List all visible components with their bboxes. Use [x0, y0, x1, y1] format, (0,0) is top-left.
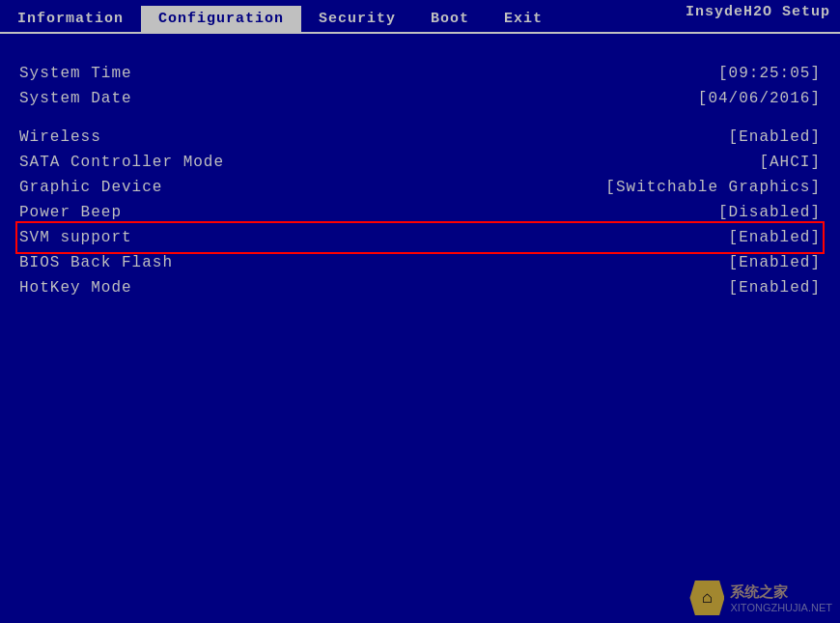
hotkey-value: [Enabled] [729, 279, 821, 297]
bios-back-flash-label: BIOS Back Flash [19, 254, 173, 271]
svm-value: [Enabled] [729, 229, 821, 246]
tab-security[interactable]: Security [301, 6, 413, 32]
sata-value: [AHCI] [759, 154, 821, 171]
system-date-label: System Date [19, 90, 132, 107]
system-time-value: [09:25:05] [718, 65, 821, 82]
tab-configuration[interactable]: Configuration [141, 6, 301, 32]
sata-label: SATA Controller Mode [19, 154, 224, 171]
row-graphic-device[interactable]: Graphic Device [Switchable Graphics] [19, 175, 821, 200]
row-sata-controller-mode[interactable]: SATA Controller Mode [AHCI] [19, 150, 821, 175]
main-content: System Time [09:25:05] System Date [04/0… [0, 34, 840, 320]
row-svm-support[interactable]: SVM support [Enabled] [19, 225, 821, 250]
system-date-value: [04/06/2016] [698, 90, 821, 107]
power-beep-value: [Disabled] [718, 204, 821, 221]
bios-back-flash-value: [Enabled] [729, 254, 821, 271]
watermark-site-name: 系统之家 [730, 583, 788, 602]
graphic-label: Graphic Device [19, 179, 162, 196]
row-hotkey-mode[interactable]: HotKey Mode [Enabled] [19, 275, 821, 300]
tab-information[interactable]: Information [0, 6, 141, 32]
system-time-label: System Time [19, 65, 132, 82]
watermark-icon: ⌂ [689, 581, 724, 615]
power-beep-label: Power Beep [19, 204, 122, 221]
row-system-date[interactable]: System Date [04/06/2016] [19, 86, 821, 111]
wireless-value: [Enabled] [729, 128, 821, 146]
watermark-url: XITONGZHUJIA.NET [730, 602, 832, 613]
tab-boot[interactable]: Boot [413, 6, 487, 32]
graphic-value: [Switchable Graphics] [605, 179, 821, 196]
bios-title: InsydeH2O Setup [686, 4, 830, 20]
watermark: ⌂ 系统之家 XITONGZHUJIA.NET [689, 581, 832, 615]
svm-label: SVM support [19, 229, 132, 246]
row-system-time[interactable]: System Time [09:25:05] [19, 61, 821, 86]
bios-screen: InsydeH2O Setup Information Configuratio… [0, 0, 840, 623]
tab-exit[interactable]: Exit [487, 6, 560, 32]
row-bios-back-flash[interactable]: BIOS Back Flash [Enabled] [19, 250, 821, 275]
spacer-1 [19, 111, 821, 125]
menu-bar: InsydeH2O Setup Information Configuratio… [0, 0, 840, 34]
hotkey-label: HotKey Mode [19, 279, 132, 297]
wireless-label: Wireless [19, 128, 101, 146]
row-wireless[interactable]: Wireless [Enabled] [19, 125, 821, 150]
row-power-beep[interactable]: Power Beep [Disabled] [19, 200, 821, 225]
